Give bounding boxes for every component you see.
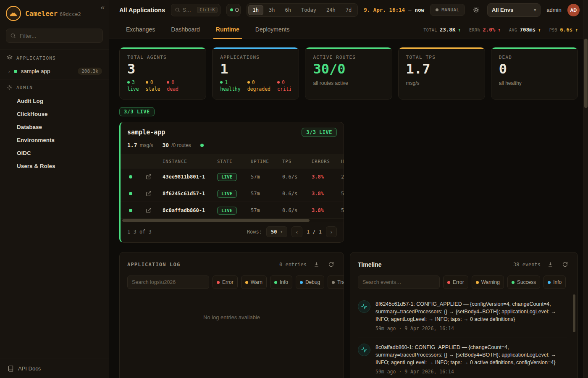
- card-title: APPLICATIONS: [220, 55, 291, 60]
- amber-dot-icon: [245, 281, 248, 284]
- date-range-picker[interactable]: 9. Apr. 16:14 — now: [364, 7, 424, 13]
- tab-runtime[interactable]: Runtime: [209, 20, 246, 39]
- api-docs-link[interactable]: API Docs: [0, 359, 109, 378]
- sidebar-header: Cameleer69dcce2 «: [0, 0, 109, 28]
- refresh-icon[interactable]: [326, 260, 336, 269]
- timeline-event[interactable]: 8f6245c61d57-1: CONFIG_APPLIED — {config…: [358, 295, 567, 338]
- next-page-button[interactable]: ›: [326, 226, 337, 237]
- time-range-group: 1h 3h 6h Today 24h 7d: [247, 3, 358, 17]
- sidebar-item-audit-log[interactable]: Audit Log: [0, 94, 109, 108]
- log-filter-debug[interactable]: Debug: [296, 276, 324, 289]
- online-label: O: [235, 7, 239, 13]
- timeline-search-input[interactable]: [358, 276, 440, 289]
- refresh-mode-button[interactable]: MANUAL: [430, 4, 465, 16]
- rows-per-page-label: Rows:: [247, 229, 262, 235]
- event-body: 8f6245c61d57-1: CONFIG_APPLIED — {config…: [375, 300, 567, 332]
- log-filter-error[interactable]: Error: [213, 276, 238, 289]
- timeline-event[interactable]: 8c0affadb860-1: CONFIG_APPLIED — {change…: [358, 338, 567, 378]
- time-range-3h[interactable]: 3h: [264, 5, 279, 15]
- sidebar-filter-input[interactable]: [6, 29, 103, 43]
- download-icon[interactable]: [546, 260, 555, 269]
- log-filter-info[interactable]: Info: [270, 276, 292, 289]
- sidebar-collapse-button[interactable]: «: [101, 3, 105, 12]
- col-extra: H: [341, 159, 344, 164]
- extra-cell: 2: [341, 174, 344, 180]
- sample-app-card: sample-app 3/3 LIVE 1.7 msg/s 30 /0 rout…: [119, 122, 344, 243]
- page-title: All Applications: [119, 7, 165, 13]
- tps-cell: 0.6/s: [282, 174, 312, 180]
- time-range-7d[interactable]: 7d: [341, 5, 356, 15]
- download-icon[interactable]: [312, 260, 321, 269]
- page-scrollbar-thumb[interactable]: [584, 39, 588, 108]
- avatar[interactable]: AD: [567, 4, 580, 16]
- timeline-filter-error[interactable]: Error: [443, 276, 468, 289]
- rows-per-page-select[interactable]: 50 ▾: [266, 226, 287, 237]
- green-dot-icon: [220, 81, 223, 84]
- time-range-6h[interactable]: 6h: [280, 5, 295, 15]
- log-filter-warn[interactable]: Warn: [241, 276, 267, 289]
- time-range-24h[interactable]: 24h: [322, 5, 340, 15]
- log-search-input[interactable]: [127, 276, 209, 289]
- instance-id: 8c0affadb860-1: [163, 207, 217, 213]
- col-instance: INSTANCE: [163, 159, 217, 164]
- time-range-1h[interactable]: 1h: [248, 5, 263, 15]
- state-badge: LIVE: [217, 207, 237, 215]
- theme-toggle-button[interactable]: [471, 5, 481, 15]
- prev-page-button[interactable]: ‹: [291, 226, 302, 237]
- uptime-cell: 57m: [251, 191, 282, 197]
- stat-total-value: 23.8K: [440, 26, 456, 33]
- timeline-filter-warning[interactable]: Warning: [472, 276, 504, 289]
- sidebar-item-users-roles[interactable]: Users & Roles: [0, 160, 109, 173]
- timeline-filter-row: Error Warning Success Info: [350, 275, 578, 294]
- tab-dashboard[interactable]: Dashboard: [164, 20, 207, 39]
- topbar: All Applications S… Ctrl+K O 1h 3h 6h To…: [109, 0, 588, 20]
- log-filter-trace[interactable]: Trace: [328, 276, 344, 289]
- event-body: 8c0affadb860-1: CONFIG_APPLIED — {change…: [375, 344, 567, 375]
- timeline-filter-success[interactable]: Success: [507, 276, 540, 289]
- stat-avg-value: 708ms: [520, 26, 536, 33]
- card-subtitle: msg/s: [406, 80, 477, 86]
- online-toggle[interactable]: O: [226, 4, 241, 16]
- environment-select[interactable]: All Envs ▾: [487, 3, 541, 17]
- timeline-filter-info[interactable]: Info: [543, 276, 566, 289]
- log-panel-header: APPLICATION LOG 0 entries: [120, 252, 344, 275]
- sidebar-item-clickhouse[interactable]: ClickHouse: [0, 108, 109, 121]
- trend-up-icon: ↑: [575, 27, 578, 33]
- sidebar-item-environments[interactable]: Environments: [0, 134, 109, 147]
- external-link-icon[interactable]: [146, 174, 163, 180]
- trend-up-icon: ↑: [498, 27, 501, 33]
- table-row: 43ee9811b801-1 LIVE 57m 0.6/s 3.8% 2: [121, 168, 344, 185]
- log-panel-title: APPLICATION LOG: [127, 262, 180, 268]
- sidebar-item-sample-app[interactable]: › sample app 208.3k: [0, 64, 109, 79]
- search-placeholder: S…: [183, 7, 194, 13]
- time-range-today[interactable]: Today: [297, 5, 321, 15]
- application-log-panel: APPLICATION LOG 0 entries Error Warn: [119, 252, 344, 378]
- app-tps-value: 1.7: [127, 142, 137, 148]
- tps-cell: 0.6/s: [282, 191, 312, 197]
- external-link-icon[interactable]: [146, 191, 163, 197]
- global-search[interactable]: S… Ctrl+K: [171, 4, 220, 16]
- table-row: 8c0affadb860-1 LIVE 57m 0.6/s 3.8% 5: [121, 202, 344, 219]
- tab-exchanges[interactable]: Exchanges: [119, 20, 162, 39]
- sidebar-item-oidc[interactable]: OIDC: [0, 147, 109, 160]
- tab-deployments[interactable]: Deployments: [249, 20, 297, 39]
- horizontal-scrollbar-thumb[interactable]: [122, 219, 310, 222]
- log-entries-count: 0 entries: [279, 262, 307, 268]
- sidebar-item-database[interactable]: Database: [0, 121, 109, 134]
- applications-section-label: APPLICATIONS: [16, 55, 56, 61]
- app-card-stats: 1.7 msg/s 30 /0 routes: [121, 141, 344, 154]
- stat-total: TOTAL 23.8K ↑: [423, 26, 461, 33]
- state-badge: LIVE: [217, 173, 237, 181]
- card-title: DEAD: [499, 55, 570, 60]
- stat-avg: AVG 708ms ↑: [509, 26, 541, 33]
- card-title: TOTAL AGENTS: [127, 55, 198, 60]
- page-scrollbar[interactable]: [583, 0, 588, 378]
- timeline-scrollbar-thumb[interactable]: [573, 294, 575, 332]
- external-link-icon[interactable]: [146, 207, 163, 213]
- refresh-icon[interactable]: [560, 260, 570, 269]
- card-accent: [491, 47, 578, 49]
- app-health-dot: [200, 144, 204, 147]
- stat-errors-value: 2.0%: [483, 26, 495, 33]
- sample-app-label: sample app: [21, 68, 74, 74]
- page-indicator: 1 / 1: [307, 229, 322, 235]
